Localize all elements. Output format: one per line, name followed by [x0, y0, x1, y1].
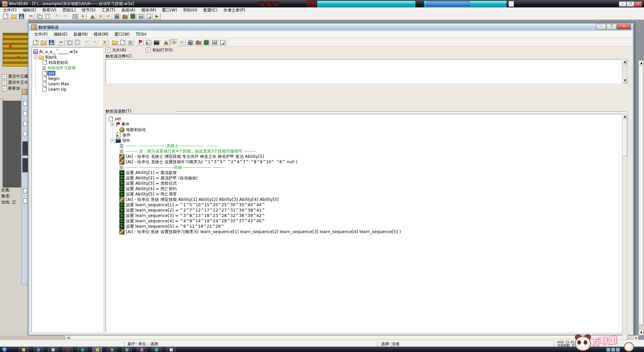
object-editor-icon[interactable]: [113, 13, 120, 19]
function-tree-row[interactable]: X=设置 Ability[5] = 死亡凋零: [106, 191, 622, 197]
checkbox-icon[interactable]: ✓: [106, 48, 110, 52]
cut-icon[interactable]: ✂: [28, 13, 35, 19]
copy-icon[interactable]: [36, 13, 43, 19]
function-tree-row[interactable]: 事件: [106, 122, 622, 127]
function-tree-row[interactable]: [AI] - 给单位 巫妖 绑定技能 Ability[1] Ability[2]…: [106, 197, 622, 202]
tray-icon[interactable]: [616, 348, 620, 352]
functions-tree-panel[interactable]: set事件地图初始化条件动作-------- -----------------…: [106, 114, 622, 332]
function-tree-row[interactable]: X=设置 Ability[1] = 霜冻新星: [106, 170, 622, 175]
campaign-editor-icon[interactable]: [195, 39, 202, 45]
main-menu-item-2[interactable]: 察看(V): [39, 7, 59, 13]
main-menu-item-0[interactable]: 文件(F): [0, 7, 19, 13]
trigger-tree-item[interactable]: AI_a_a__‾_____.w3x: [32, 49, 103, 54]
taskbar-tool-icon[interactable]: [107, 347, 117, 352]
function-tree-row[interactable]: set: [106, 116, 622, 122]
main-menu-item-5[interactable]: 工具(T): [99, 7, 118, 13]
main-horizontal-scrollbar[interactable]: ◄ ►: [66, 336, 639, 340]
te-minimize-button[interactable]: —: [596, 24, 606, 30]
checkbox-icon[interactable]: ✓: [2, 86, 7, 91]
function-tree-row[interactable]: X=设置 Ability[4] = 死亡契约: [106, 186, 622, 191]
close-button[interactable]: ✕: [634, 1, 642, 7]
function-tree-row[interactable]: 动作: [106, 138, 622, 143]
main-vertical-scrollbar[interactable]: ▲ ▼: [639, 60, 644, 336]
ai-editor-icon[interactable]: [129, 13, 137, 19]
function-tree-row[interactable]: X=设置 Ability[2] = 霜冻护甲 (自动施放): [106, 175, 622, 181]
function-tree-row[interactable]: [AI] - 给单位 圣骑士 设置技能学习顺序为( ^1^3^5^ ^2^4^7…: [106, 159, 622, 165]
function-tree-row[interactable]: X=设置 Ability[3] = 黑暗仪式: [106, 181, 622, 186]
copy-icon[interactable]: [65, 39, 73, 45]
object-manager-icon[interactable]: [211, 39, 218, 45]
initially-on-checkbox[interactable]: ✓ 初始打开(I): [146, 47, 173, 53]
scroll-left-button[interactable]: ◄: [66, 336, 70, 340]
checkbox-show-neutral-buildings[interactable]: ✓ 显示中立建: [2, 74, 28, 79]
trigger-editor-icon[interactable]: a: [97, 13, 104, 19]
new-action-icon[interactable]: [153, 39, 160, 45]
trigger-menu-item-3[interactable]: 模块(M): [91, 32, 112, 37]
tray-icon[interactable]: [606, 348, 610, 352]
trigger-tree-item[interactable]: begin: [32, 76, 103, 81]
function-tree-row[interactable]: X=设置 learn_sequence[3] = ^3^8^13^18^23^2…: [106, 213, 622, 218]
trigger-editor-titlebar[interactable]: 触发编辑器: [29, 24, 633, 31]
object-editor-icon[interactable]: [186, 39, 194, 45]
function-tree-row[interactable]: -------- -----------------------巫妖------…: [106, 165, 622, 170]
function-tree-row[interactable]: 条件: [106, 132, 622, 138]
maximize-button[interactable]: ❐: [627, 1, 634, 7]
new-condition-icon[interactable]: [145, 39, 152, 45]
trigger-tree-item[interactable]: 初始化: [32, 54, 103, 60]
function-tree-row[interactable]: X=设置 learn_sequence[4] = ^4^9^14^19^24^2…: [106, 218, 622, 224]
function-tree-row[interactable]: X=设置 learn_sequence[5] = ^6^11^16^21^26^: [106, 224, 622, 229]
open-icon[interactable]: [40, 39, 47, 45]
trigger-menu-item-1[interactable]: 编辑(E): [51, 32, 70, 37]
import-manager-icon[interactable]: [219, 39, 226, 45]
main-menu-item-10[interactable]: 配置(C): [200, 7, 220, 13]
main-menu-item-11[interactable]: 作者之家(P): [220, 7, 248, 13]
start-button[interactable]: [2, 347, 7, 352]
trigger-menu-item-2[interactable]: 新建(N): [70, 32, 91, 37]
scroll-thumb[interactable]: [70, 336, 627, 340]
terrain-editor-icon[interactable]: [162, 39, 170, 45]
sound-editor-icon[interactable]: [178, 39, 186, 45]
scroll-thumb[interactable]: [623, 119, 627, 156]
trigger-tree-item[interactable]: 对战初始化: [32, 60, 103, 65]
trigger-tree-item[interactable]: set: [32, 71, 103, 76]
function-tree-row[interactable]: [AI] - 给单位 圣骑士 绑定技能 专注光环 神圣之光 神圣护甲 复活 Ab…: [106, 154, 622, 159]
checkbox-icon[interactable]: ✓: [2, 80, 7, 85]
te-close-button[interactable]: ✕: [617, 24, 631, 30]
scroll-up-button[interactable]: ▲: [623, 114, 627, 119]
object-manager-icon[interactable]: [137, 13, 145, 19]
scroll-up-button[interactable]: ▲: [623, 59, 627, 64]
new-comment-icon[interactable]: [127, 39, 134, 45]
new-trigger-icon[interactable]: [32, 39, 39, 45]
taskbar-music-icon[interactable]: [137, 347, 146, 352]
trigger-menu-item-4[interactable]: 窗口(W): [111, 32, 132, 37]
taskbar-worldedit-icon[interactable]: [93, 347, 102, 352]
te-maximize-button[interactable]: ❐: [606, 24, 616, 30]
taskbar-folder-icon[interactable]: [19, 347, 28, 352]
scroll-right-button[interactable]: ►: [634, 336, 639, 340]
new-event-icon[interactable]: [137, 39, 144, 45]
main-menu-item-1[interactable]: 编辑(E): [19, 7, 39, 13]
taskbar-game-icon[interactable]: [63, 347, 72, 352]
scroll-down-button[interactable]: ▼: [623, 78, 627, 83]
syntax-check-icon[interactable]: X: [101, 39, 108, 45]
taskbar-browser-icon[interactable]: [34, 347, 43, 352]
expander-box[interactable]: [111, 139, 114, 142]
sound-editor-icon[interactable]: [105, 13, 112, 19]
campaign-editor-icon[interactable]: [121, 13, 128, 19]
main-menu-item-3[interactable]: 层面(L): [59, 7, 79, 13]
function-tree-row[interactable]: 地图初始化: [106, 127, 622, 132]
function-tree-row[interactable]: -------- ------------------圣骑士----------…: [106, 143, 622, 148]
scroll-up-button[interactable]: ▲: [639, 61, 644, 65]
save-map-icon[interactable]: [18, 13, 25, 19]
open-map-icon[interactable]: [10, 13, 17, 19]
cut-icon[interactable]: ✂: [57, 39, 65, 45]
taskbar-text-icon[interactable]: [166, 347, 176, 352]
enabled-checkbox[interactable]: ✓ 允许(A): [106, 47, 146, 53]
ai-editor-icon[interactable]: [203, 39, 210, 45]
function-tree-row[interactable]: X=设置 learn_sequence[1] = ^1^5^10^15^20^2…: [106, 202, 622, 208]
new-map-icon[interactable]: [2, 13, 9, 19]
trigger-tree-item[interactable]: Learn Up: [32, 87, 103, 92]
scroll-down-button[interactable]: ▼: [639, 331, 644, 335]
import-manager-icon[interactable]: [145, 13, 153, 19]
function-tree-row[interactable]: X=设置 learn_sequence[2] = ^2^7^12^17^22^2…: [106, 208, 622, 213]
